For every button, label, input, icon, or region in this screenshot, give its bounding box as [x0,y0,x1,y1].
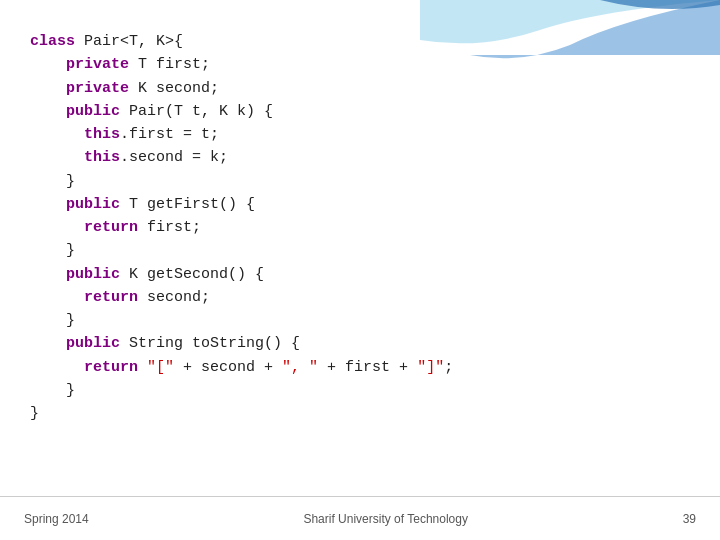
code-line-6: this.second = k; [30,146,690,169]
slide: class Pair<T, K>{ private T first; priva… [0,0,720,540]
code-line-1: class Pair<T, K>{ [30,30,690,53]
keyword-public-2: public [66,196,120,213]
keyword-private-1: private [66,56,129,73]
code-line-3: private K second; [30,77,690,100]
string-bracket-close: "]" [417,359,444,376]
footer: Spring 2014 Sharif University of Technol… [0,496,720,540]
keyword-public-1: public [66,103,120,120]
footer-right: 39 [683,512,696,526]
footer-left: Spring 2014 [24,512,89,526]
code-line-5: this.first = t; [30,123,690,146]
footer-center: Sharif University of Technology [303,512,468,526]
code-line-7: } [30,170,690,193]
keyword-return-1: return [84,219,138,236]
code-line-4: public Pair(T t, K k) { [30,100,690,123]
code-line-9: return first; [30,216,690,239]
code-line-17: } [30,402,690,425]
keyword-this-1: this [84,126,120,143]
keyword-private-2: private [66,80,129,97]
code-line-15: return "[" + second + ", " + first + "]"… [30,356,690,379]
string-comma: ", " [282,359,318,376]
code-block: class Pair<T, K>{ private T first; priva… [30,30,690,480]
keyword-return-2: return [84,289,138,306]
code-line-2: private T first; [30,53,690,76]
code-line-11: public K getSecond() { [30,263,690,286]
keyword-class: class [30,33,75,50]
string-bracket-open: "[" [147,359,174,376]
code-line-16: } [30,379,690,402]
keyword-public-4: public [66,335,120,352]
code-line-12: return second; [30,286,690,309]
keyword-return-3: return [84,359,138,376]
keyword-this-2: this [84,149,120,166]
code-line-14: public String toString() { [30,332,690,355]
code-line-10: } [30,239,690,262]
code-line-13: } [30,309,690,332]
code-line-8: public T getFirst() { [30,193,690,216]
keyword-public-3: public [66,266,120,283]
